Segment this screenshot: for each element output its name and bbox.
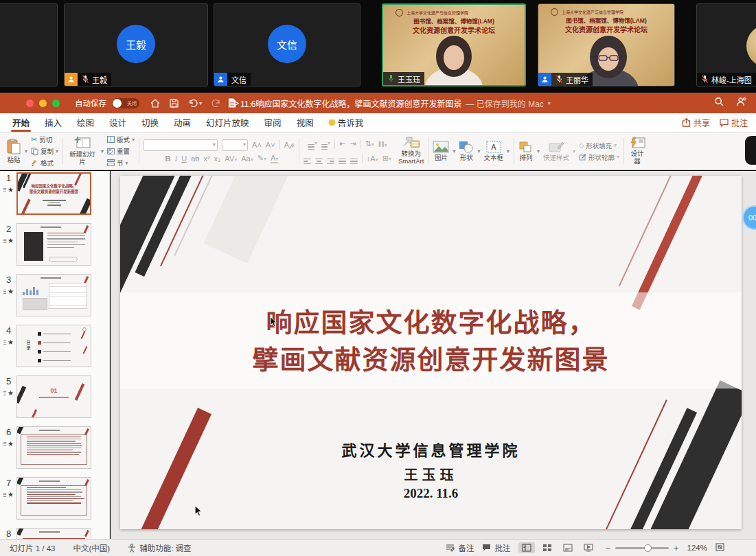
accessibility-status[interactable]: 辅助功能: 调查 <box>128 542 191 553</box>
close-window-button[interactable] <box>26 100 34 107</box>
zoom-slider-knob[interactable] <box>644 544 652 552</box>
slide-thumbnail-5[interactable]: 01 <box>16 375 91 418</box>
align-right-button[interactable] <box>327 152 334 164</box>
account-icon[interactable] <box>736 97 746 109</box>
comments-toggle-button[interactable]: 批注 <box>482 542 510 553</box>
font-name-select[interactable]: ▾ <box>144 139 218 151</box>
video-tile-partial-left[interactable] <box>0 3 58 86</box>
video-tile-linjun[interactable]: 林峻-上海图 <box>696 3 756 86</box>
slide-canvas[interactable]: 响应国家文化数字化战略， 擘画文献资源创意开发新图景 武汉大学信息管理学院 王玉… <box>111 171 756 539</box>
tab-draw[interactable]: 绘图 <box>69 113 102 132</box>
minimize-window-button[interactable] <box>39 100 47 107</box>
bullets-button[interactable]: ▾ <box>308 138 317 150</box>
shape-outline-button[interactable]: 形状轮廓▾ <box>579 152 619 162</box>
share-button[interactable]: 共享 <box>682 117 710 128</box>
notes-button[interactable]: 备注 <box>446 542 474 553</box>
distribute-button[interactable] <box>350 152 358 164</box>
justify-button[interactable] <box>339 152 346 164</box>
textbox-caret-icon[interactable]: ▾ <box>507 148 509 154</box>
zoom-slider[interactable] <box>615 547 669 549</box>
meeting-timer-badge[interactable]: 00 <box>742 205 756 230</box>
slide-organization[interactable]: 武汉大学信息管理学院 <box>120 438 742 460</box>
video-tile-wenxin[interactable]: 文信 文信 <box>214 3 360 86</box>
search-button[interactable] <box>714 97 724 109</box>
italic-button[interactable]: I <box>175 154 178 163</box>
slide-sorter-view-button[interactable] <box>539 542 555 553</box>
copy-button[interactable]: 复制▾ <box>31 146 58 156</box>
tab-slideshow[interactable]: 幻灯片放映 <box>198 113 257 132</box>
zoom-level[interactable]: 124% <box>687 544 707 552</box>
reading-view-button[interactable] <box>560 542 576 553</box>
layout-button[interactable]: 版式▾ <box>107 135 135 144</box>
tab-transitions[interactable]: 切换 <box>134 113 166 132</box>
language-indicator[interactable]: 中文(中国) <box>73 542 110 553</box>
format-painter-button[interactable]: 格式 <box>31 158 58 167</box>
slide-counter[interactable]: 幻灯片 1 / 43 <box>10 542 55 553</box>
normal-view-button[interactable] <box>518 542 535 553</box>
slide-date[interactable]: 2022. 11.6 <box>120 486 742 501</box>
fit-slide-button[interactable] <box>715 543 724 553</box>
slide-thumbnail-7[interactable] <box>16 477 91 520</box>
tab-animations[interactable]: 动画 <box>166 113 198 132</box>
new-slide-caret-icon[interactable]: ▾ <box>101 148 104 154</box>
character-spacing-button[interactable]: AV▾ <box>225 154 237 163</box>
zoom-window-button[interactable] <box>52 100 60 107</box>
tab-insert[interactable]: 插入 <box>37 113 69 132</box>
arrange-button[interactable]: 排列 <box>518 141 534 162</box>
quick-styles-button[interactable]: 快速样式 <box>543 141 569 162</box>
tab-design[interactable]: 设计 <box>102 113 134 132</box>
slide-author[interactable]: 王玉珏 <box>120 464 742 484</box>
slide-thumbnail-8[interactable] <box>16 528 91 539</box>
section-button[interactable]: 节▾ <box>107 158 135 167</box>
cut-button[interactable]: ✂剪切 <box>31 135 58 144</box>
superscript-button[interactable]: x² <box>203 154 209 163</box>
decrease-indent-button[interactable]: ⇤ <box>339 139 345 148</box>
home-button[interactable] <box>150 99 160 108</box>
undo-button[interactable]: ▾ <box>188 99 202 108</box>
convert-to-smartart-button[interactable]: 转换为SmartArt <box>398 137 424 165</box>
tab-home[interactable]: 开始 <box>5 113 37 132</box>
reset-button[interactable]: 重置 <box>107 146 135 156</box>
tab-review[interactable]: 审阅 <box>257 113 289 132</box>
columns-button[interactable]: ‖‖▾ <box>378 140 387 148</box>
slide-thumbnail-3[interactable] <box>16 274 91 316</box>
font-color-button[interactable]: A▾ <box>271 154 278 163</box>
zoom-out-button[interactable]: − <box>605 543 610 553</box>
autosave-toggle[interactable]: 关闭 <box>112 98 139 108</box>
save-button[interactable] <box>170 99 179 108</box>
new-slide-button[interactable]: 新建幻灯片 <box>67 136 98 165</box>
clear-formatting-button[interactable]: A𝓅 <box>284 141 295 150</box>
redo-button[interactable] <box>211 99 221 108</box>
slide-thumbnail-2[interactable] <box>16 223 91 266</box>
align-text-button[interactable]: ⊞▾ <box>382 154 391 163</box>
bold-button[interactable]: B <box>165 154 171 163</box>
align-center-button[interactable] <box>315 152 323 164</box>
picture-caret-icon[interactable]: ▾ <box>453 148 455 154</box>
video-tile-wanglihua[interactable]: 上海大学文化遗产与信息管理学院 图书馆、档案馆、博物馆(LAM) 文化资源创意开… <box>538 3 675 86</box>
zoom-in-button[interactable]: + <box>674 543 679 553</box>
textbox-button[interactable]: A 文本框 <box>483 141 503 162</box>
decrease-font-button[interactable]: A˅ <box>266 141 275 149</box>
slide-editing-area[interactable]: 响应国家文化数字化战略， 擘画文献资源创意开发新图景 武汉大学信息管理学院 王玉… <box>120 176 742 529</box>
slide-thumbnail-1[interactable]: 响应国家文化数字化战略，擘画文献资源创意开发新图景 <box>16 172 91 215</box>
slide-thumbnail-6[interactable] <box>16 426 91 469</box>
paste-caret-icon[interactable]: ▾ <box>25 148 27 154</box>
shape-fill-button[interactable]: ◇形状填充▾ <box>579 141 619 150</box>
slideshow-view-button[interactable] <box>580 542 597 553</box>
shapes-caret-icon[interactable]: ▾ <box>477 148 480 154</box>
subscript-button[interactable]: x₂ <box>214 154 221 163</box>
video-tile-wangyujue-speaking[interactable]: 上海大学文化遗产与信息管理学院 图书馆、档案馆、博物馆(LAM) 文化资源创意开… <box>382 3 526 86</box>
video-tile-wangyi[interactable]: 王毅 王毅 <box>64 3 208 86</box>
strikethrough-button[interactable]: ab <box>191 154 199 163</box>
slide-title[interactable]: 响应国家文化数字化战略， 擘画文献资源创意开发新图景 <box>120 305 742 379</box>
tab-view[interactable]: 视图 <box>289 113 321 132</box>
numbering-button[interactable]: ▾ <box>321 138 330 150</box>
align-left-button[interactable] <box>303 152 311 164</box>
picture-button[interactable]: 图片 <box>433 141 449 162</box>
font-size-select[interactable]: ▾ <box>222 139 248 151</box>
change-case-button[interactable]: Aa▾ <box>241 154 253 163</box>
designer-button[interactable]: 设计器 <box>628 137 646 165</box>
increase-font-button[interactable]: A˄ <box>252 141 262 149</box>
underline-button[interactable]: U <box>181 154 187 163</box>
increase-indent-button[interactable]: ⇥ <box>350 139 356 148</box>
